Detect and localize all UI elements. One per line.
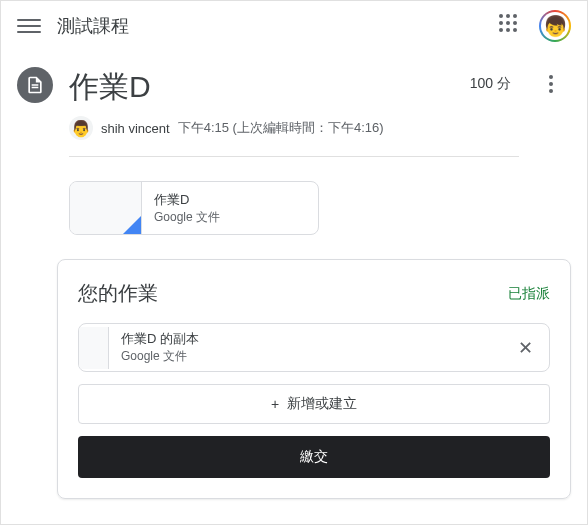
assignment-title: 作業D — [69, 67, 454, 108]
student-attachment-thumbnail — [79, 327, 109, 369]
remove-attachment-button[interactable]: ✕ — [502, 337, 549, 359]
add-create-button[interactable]: + 新增或建立 — [78, 384, 550, 424]
student-attachment-title: 作業D 的副本 — [121, 330, 490, 348]
menu-icon[interactable] — [17, 14, 41, 38]
attachment-thumbnail — [70, 182, 142, 234]
student-attachment-type: Google 文件 — [121, 348, 490, 365]
student-attachment-link[interactable]: 作業D 的副本 Google 文件 — [109, 324, 502, 371]
divider — [69, 156, 519, 157]
course-title[interactable]: 測試課程 — [57, 14, 499, 38]
your-work-title: 您的作業 — [78, 280, 158, 307]
student-attachment: 作業D 的副本 Google 文件 ✕ — [78, 323, 550, 372]
your-work-card: 您的作業 已指派 作業D 的副本 Google 文件 ✕ + 新增或建立 繳交 — [57, 259, 571, 499]
assignment-status: 已指派 — [508, 285, 550, 303]
author-avatar: 👨 — [69, 116, 93, 140]
submit-button[interactable]: 繳交 — [78, 436, 550, 478]
author-name: shih vincent — [101, 121, 170, 136]
assignment-icon — [17, 67, 53, 103]
user-avatar[interactable]: 👦 — [539, 10, 571, 42]
more-icon[interactable] — [539, 75, 563, 93]
apps-icon[interactable] — [499, 14, 523, 38]
assignment-time: 下午4:15 (上次編輯時間：下午4:16) — [178, 119, 384, 137]
attachment-type: Google 文件 — [154, 209, 220, 226]
assignment-score: 100 分 — [470, 75, 511, 93]
add-button-label: 新增或建立 — [287, 395, 357, 413]
attachment-title: 作業D — [154, 191, 220, 209]
teacher-attachment[interactable]: 作業D Google 文件 — [69, 181, 319, 235]
plus-icon: + — [271, 396, 279, 412]
